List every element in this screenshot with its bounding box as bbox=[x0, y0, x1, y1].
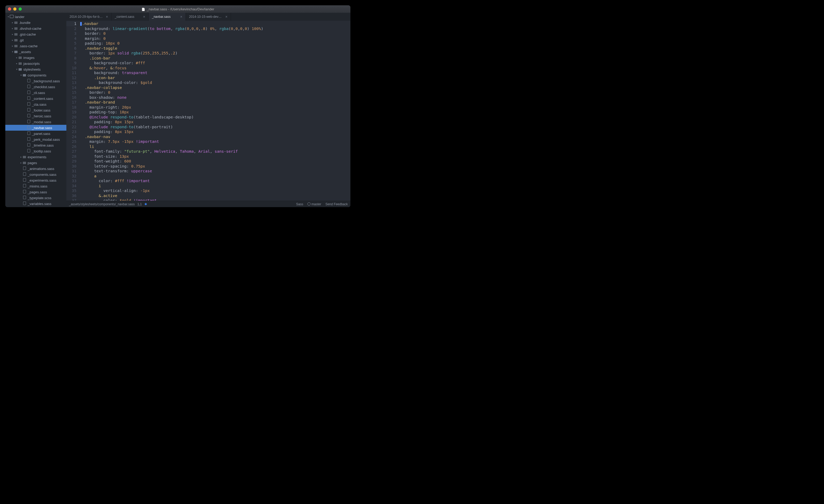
tree-item[interactable]: ▸.divshot-cache bbox=[5, 25, 66, 31]
code-line[interactable]: padding: 10px 0 bbox=[80, 41, 349, 46]
tree-root-item[interactable]: ▾lander bbox=[5, 14, 66, 20]
code-content[interactable]: .navbar background: linear-gradient(to b… bbox=[79, 21, 350, 201]
tree-item[interactable]: _heroic.sass bbox=[5, 113, 66, 119]
tree-item[interactable]: _components.sass bbox=[5, 172, 66, 177]
tree-item-label: experiments bbox=[28, 155, 46, 159]
editor-tab[interactable]: _content.sass× bbox=[111, 13, 149, 21]
code-line[interactable]: .icon-bar bbox=[80, 56, 349, 61]
tree-item[interactable]: ▾stylesheets bbox=[5, 66, 66, 72]
tree-item[interactable]: _experiments.sass bbox=[5, 177, 66, 183]
close-window-button[interactable] bbox=[8, 7, 11, 11]
tree-item[interactable]: _panel.sass bbox=[5, 131, 66, 136]
code-line[interactable]: background: linear-gradient(to bottom, r… bbox=[80, 26, 349, 31]
code-line[interactable]: color: $gold !important bbox=[80, 198, 349, 201]
file-icon bbox=[26, 102, 31, 106]
tree-item[interactable]: _pages.sass bbox=[5, 189, 66, 195]
code-line[interactable]: margin: 7.5px -15px !important bbox=[80, 139, 349, 144]
minimize-window-button[interactable] bbox=[13, 7, 16, 11]
code-line[interactable]: a bbox=[80, 174, 349, 179]
line-number: 5 bbox=[66, 41, 77, 46]
traffic-lights bbox=[8, 7, 22, 11]
tree-item[interactable]: ▸images bbox=[5, 55, 66, 61]
tree-item[interactable]: _footer.sass bbox=[5, 107, 66, 113]
code-line[interactable]: background-color: #fff bbox=[80, 61, 349, 66]
chevron-down-icon: ▾ bbox=[7, 15, 10, 18]
code-line[interactable]: font-size: 13px bbox=[80, 154, 349, 159]
tree-item[interactable]: ▸.git bbox=[5, 37, 66, 43]
code-line[interactable]: background-color: $gold bbox=[80, 80, 349, 85]
tree-item[interactable]: ▾_assets bbox=[5, 49, 66, 55]
code-line[interactable]: &:hover, &:focus bbox=[80, 66, 349, 71]
tree-item[interactable]: _variables.sass bbox=[5, 201, 66, 207]
tree-item[interactable]: _content.sass bbox=[5, 96, 66, 101]
editor-tab[interactable]: 2014-10-15-web-develo...× bbox=[186, 13, 231, 21]
tree-item[interactable]: ▸javascripts bbox=[5, 61, 66, 66]
editor-tab[interactable]: 2014-10-29-tips-for-be...× bbox=[66, 13, 111, 21]
code-line[interactable]: &.active bbox=[80, 193, 349, 198]
code-line[interactable]: font-weight: 600 bbox=[80, 159, 349, 164]
tree-item[interactable]: ▸.bundle bbox=[5, 20, 66, 25]
tree-item[interactable]: _cli.sass bbox=[5, 90, 66, 96]
tree-item[interactable]: ▸.gist-cache bbox=[5, 31, 66, 37]
send-feedback-link[interactable]: Send Feedback bbox=[325, 202, 348, 206]
tree-item[interactable]: ▾components bbox=[5, 72, 66, 78]
code-line[interactable]: padding: 8px 15px bbox=[80, 129, 349, 134]
zoom-window-button[interactable] bbox=[19, 7, 22, 11]
tree-item-label: _animations.sass bbox=[28, 167, 54, 171]
code-line[interactable]: li bbox=[80, 144, 349, 149]
file-icon bbox=[22, 184, 26, 188]
status-git-branch[interactable]: master bbox=[307, 202, 321, 206]
tree-item[interactable]: ▸pages bbox=[5, 160, 66, 166]
code-line[interactable]: box-shadow: none bbox=[80, 95, 349, 100]
tree-item[interactable]: _navbar.sass bbox=[5, 125, 66, 131]
close-icon[interactable]: × bbox=[106, 15, 108, 19]
status-cursor-position: 1,1 bbox=[137, 202, 142, 206]
status-language[interactable]: Sass bbox=[296, 202, 303, 206]
tree-item[interactable]: _perk_modal.sass bbox=[5, 136, 66, 142]
titlebar: _navbar.sass - /Users/kevinchau/Dev/land… bbox=[5, 5, 350, 13]
tree-item[interactable]: _checklist.sass bbox=[5, 84, 66, 90]
tree-item[interactable]: _typeplate.scss bbox=[5, 195, 66, 201]
code-line[interactable]: margin-right: 20px bbox=[80, 105, 349, 110]
tree-arrow-icon: ▸ bbox=[20, 162, 22, 164]
code-line[interactable]: vertical-align: -1px bbox=[80, 188, 349, 193]
code-line[interactable]: border: 1px solid rgba(255,255,255,.2) bbox=[80, 51, 349, 56]
code-line[interactable]: .navbar-brand bbox=[80, 100, 349, 105]
close-icon[interactable]: × bbox=[180, 15, 182, 19]
close-icon[interactable]: × bbox=[225, 15, 227, 19]
file-icon bbox=[22, 178, 26, 182]
tree-item[interactable]: _animations.sass bbox=[5, 166, 66, 172]
code-line[interactable]: letter-spacing: 0.75px bbox=[80, 164, 349, 169]
code-editor[interactable]: 1234567891011121314151617181920212223242… bbox=[66, 21, 350, 201]
tree-item[interactable]: ▸experiments bbox=[5, 154, 66, 160]
code-line[interactable]: i bbox=[80, 184, 349, 189]
code-line[interactable]: .navbar bbox=[80, 21, 349, 26]
file-icon bbox=[22, 172, 26, 177]
code-line[interactable]: .navbar-nav bbox=[80, 134, 349, 139]
tree-item[interactable]: _timeline.sass bbox=[5, 142, 66, 148]
code-line[interactable]: padding-top: 18px bbox=[80, 110, 349, 115]
code-line[interactable]: @include respond-to(tablet-portrait) bbox=[80, 124, 349, 129]
tree-item[interactable]: _modal.sass bbox=[5, 119, 66, 125]
code-line[interactable]: text-transform: uppercase bbox=[80, 169, 349, 174]
tree-arrow-icon: ▾ bbox=[20, 74, 22, 77]
close-icon[interactable]: × bbox=[143, 15, 145, 19]
code-line[interactable]: border: 0 bbox=[80, 90, 349, 95]
tree-item[interactable]: ▸.sass-cache bbox=[5, 43, 66, 49]
tree-item[interactable]: _cta.sass bbox=[5, 101, 66, 107]
code-line[interactable]: .icon-bar bbox=[80, 75, 349, 81]
tree-item[interactable]: _background.sass bbox=[5, 78, 66, 84]
code-line[interactable]: font-family: "futura-pt", Helvetica, Tah… bbox=[80, 149, 349, 154]
tree-item[interactable]: _mixins.sass bbox=[5, 183, 66, 189]
code-line[interactable]: @include respond-to(tablet-landscape-des… bbox=[80, 115, 349, 120]
code-line[interactable]: padding: 8px 15px bbox=[80, 119, 349, 124]
code-line[interactable]: color: #fff !important bbox=[80, 179, 349, 184]
editor-tab[interactable]: _navbar.sass× bbox=[149, 13, 186, 21]
code-line[interactable]: .navbar-collapse bbox=[80, 85, 349, 90]
code-line[interactable]: background: transparent bbox=[80, 70, 349, 75]
code-line[interactable]: margin: 0 bbox=[80, 36, 349, 41]
code-line[interactable]: border: 0 bbox=[80, 31, 349, 36]
file-icon bbox=[26, 143, 31, 147]
tree-item[interactable]: _tooltip.sass bbox=[5, 148, 66, 154]
code-line[interactable]: .navbar-toggle bbox=[80, 46, 349, 51]
